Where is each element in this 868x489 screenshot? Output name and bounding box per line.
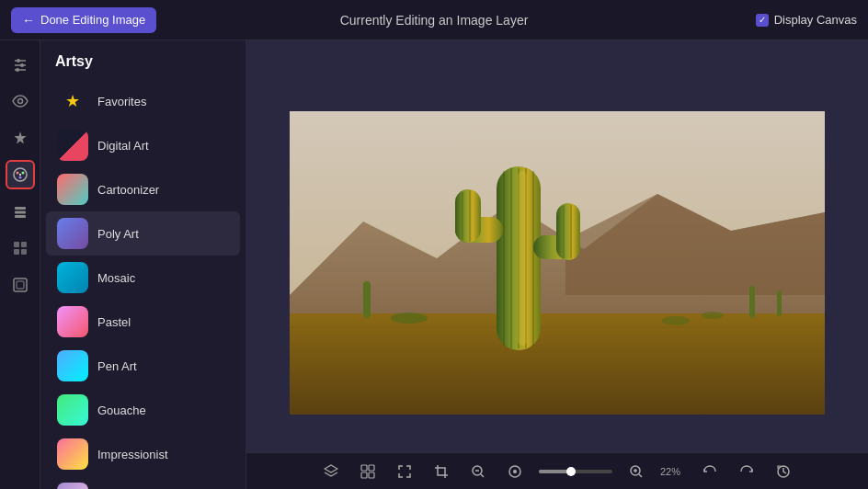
redo-btn[interactable] bbox=[734, 459, 760, 484]
svg-rect-29 bbox=[749, 286, 755, 318]
history-btn[interactable] bbox=[771, 459, 796, 484]
sidebar-texture-btn[interactable] bbox=[6, 233, 35, 263]
svg-point-58 bbox=[513, 470, 517, 473]
svg-point-6 bbox=[17, 99, 22, 104]
zoom-reset-btn[interactable] bbox=[502, 459, 528, 484]
gouache-icon bbox=[57, 394, 88, 426]
header-title: Currently Editing an Image Layer bbox=[340, 13, 529, 28]
svg-rect-53 bbox=[369, 472, 374, 478]
svg-rect-19 bbox=[21, 249, 27, 255]
bottom-toolbar: 22% bbox=[246, 452, 868, 489]
svg-line-56 bbox=[481, 474, 484, 477]
filter-item-favorites[interactable]: ★ Favorites bbox=[46, 79, 240, 123]
svg-rect-42 bbox=[556, 203, 580, 260]
filter-label-cartoonizer: Cartoonizer bbox=[97, 183, 159, 197]
svg-rect-28 bbox=[363, 281, 371, 318]
mosaic-icon bbox=[57, 262, 88, 293]
filter-item-pen-art[interactable]: Pen Art bbox=[46, 344, 240, 388]
svg-rect-16 bbox=[14, 242, 19, 247]
svg-rect-18 bbox=[14, 249, 19, 255]
svg-point-3 bbox=[20, 63, 24, 67]
svg-point-48 bbox=[702, 312, 724, 319]
sidebar-layers-btn[interactable] bbox=[6, 197, 35, 226]
digital-art-icon bbox=[57, 130, 88, 161]
poly-art-icon bbox=[57, 218, 88, 249]
svg-rect-30 bbox=[777, 290, 782, 316]
filter-label-poly-art: Poly Art bbox=[97, 227, 139, 241]
filter-item-mosaic[interactable]: Mosaic bbox=[46, 256, 240, 300]
zoom-slider[interactable] bbox=[539, 470, 612, 473]
svg-line-62 bbox=[639, 474, 642, 477]
svg-point-11 bbox=[18, 176, 21, 179]
scene-svg bbox=[290, 111, 825, 415]
main-content: Artsy ★ Favorites Digital Art Cartoonize… bbox=[0, 40, 868, 489]
zoom-in-btn[interactable] bbox=[623, 459, 649, 484]
grid-toolbar-btn[interactable] bbox=[355, 459, 381, 484]
impressionist-icon bbox=[57, 438, 88, 470]
svg-rect-51 bbox=[369, 465, 374, 471]
fit-toolbar-btn[interactable] bbox=[392, 459, 417, 484]
image-preview bbox=[290, 111, 825, 418]
zoom-percent: 22% bbox=[660, 466, 686, 477]
done-button-label: Done Editing Image bbox=[40, 13, 145, 27]
filter-item-poly-art[interactable]: Poly Art bbox=[46, 211, 240, 256]
svg-point-1 bbox=[17, 59, 20, 63]
layers-toolbar-btn[interactable] bbox=[318, 459, 344, 484]
zoom-slider-container[interactable] bbox=[539, 470, 612, 473]
sidebar-frame-btn[interactable] bbox=[6, 270, 35, 300]
svg-point-47 bbox=[662, 316, 690, 325]
pen-art-icon bbox=[57, 350, 88, 381]
svg-rect-45 bbox=[518, 171, 527, 346]
svg-marker-49 bbox=[325, 465, 337, 472]
filter-label-impressionist: Impressionist bbox=[97, 448, 168, 461]
display-canvas-checkbox[interactable]: ✓ bbox=[756, 14, 769, 27]
cartoonizer-icon bbox=[57, 174, 88, 205]
svg-point-9 bbox=[16, 172, 18, 175]
undo-btn[interactable] bbox=[697, 459, 723, 484]
done-editing-button[interactable]: ← Done Editing Image bbox=[11, 7, 156, 33]
svg-rect-15 bbox=[15, 215, 26, 218]
svg-point-12 bbox=[19, 174, 21, 176]
svg-rect-13 bbox=[15, 207, 26, 210]
sidebar-eye-btn[interactable] bbox=[6, 86, 35, 116]
sidebar-effects-btn[interactable] bbox=[6, 123, 35, 153]
filter-item-impressionist[interactable]: Impressionist bbox=[46, 432, 240, 476]
svg-rect-20 bbox=[14, 279, 27, 291]
svg-marker-7 bbox=[14, 131, 26, 144]
filter-label-favorites: Favorites bbox=[97, 95, 146, 108]
filter-item-digital-art[interactable]: Digital Art bbox=[46, 123, 240, 167]
canvas-area: 22% bbox=[246, 40, 868, 489]
svg-rect-38 bbox=[455, 189, 481, 243]
svg-rect-17 bbox=[21, 242, 27, 247]
filter-item-pastel[interactable]: Pastel bbox=[46, 300, 240, 344]
crop-toolbar-btn[interactable] bbox=[428, 459, 454, 484]
app-header: ← Done Editing Image Currently Editing a… bbox=[0, 0, 868, 40]
svg-rect-50 bbox=[361, 465, 367, 471]
filter-label-gouache: Gouache bbox=[97, 404, 146, 417]
filter-panel: Artsy ★ Favorites Digital Art Cartoonize… bbox=[40, 40, 246, 489]
filter-item-gouache[interactable]: Gouache bbox=[46, 388, 240, 432]
pastel-icon bbox=[57, 306, 88, 337]
filter-label-mosaic: Mosaic bbox=[97, 271, 135, 285]
zoom-out-btn[interactable] bbox=[465, 459, 491, 484]
svg-rect-14 bbox=[15, 211, 26, 214]
back-arrow-icon: ← bbox=[22, 13, 35, 28]
svg-point-5 bbox=[16, 68, 19, 72]
filter-item-cartoonizer[interactable]: Cartoonizer bbox=[46, 167, 240, 211]
display-canvas-control[interactable]: ✓ Display Canvas bbox=[756, 13, 857, 27]
filter-label-digital-art: Digital Art bbox=[97, 139, 149, 153]
svg-rect-21 bbox=[17, 281, 24, 289]
filter-label-pen-art: Pen Art bbox=[97, 359, 137, 373]
svg-point-46 bbox=[391, 313, 428, 324]
panel-title: Artsy bbox=[40, 40, 246, 79]
filter-item-inkify[interactable]: Inkify bbox=[46, 476, 240, 489]
inkify-icon bbox=[57, 483, 88, 489]
svg-rect-25 bbox=[290, 313, 825, 415]
display-canvas-label: Display Canvas bbox=[774, 13, 857, 27]
sidebar-sliders-btn[interactable] bbox=[6, 50, 35, 79]
filter-label-pastel: Pastel bbox=[97, 315, 131, 329]
icon-sidebar bbox=[0, 40, 40, 489]
favorites-icon: ★ bbox=[57, 85, 88, 117]
svg-point-10 bbox=[21, 172, 24, 175]
sidebar-artsy-btn[interactable] bbox=[6, 160, 35, 189]
